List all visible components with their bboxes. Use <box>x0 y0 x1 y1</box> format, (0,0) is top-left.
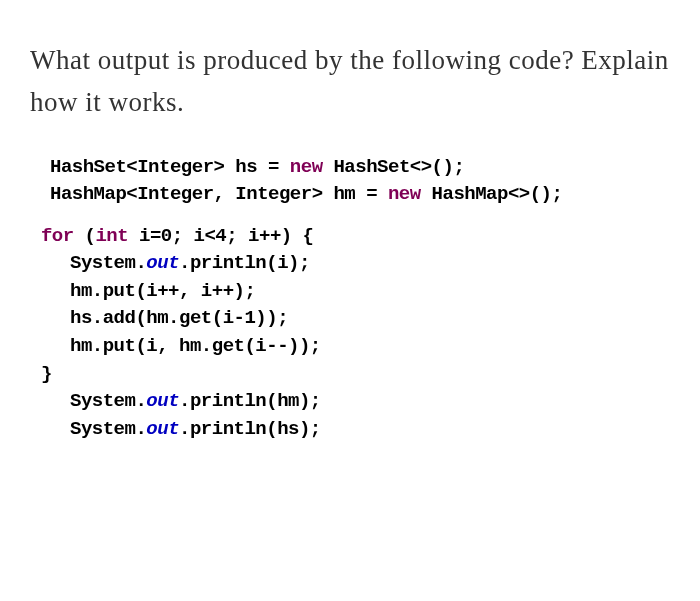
keyword-new: new <box>388 183 421 205</box>
code-line-2: HashMap<Integer, Integer> hm = new HashM… <box>50 181 670 209</box>
code-text: } <box>41 363 52 385</box>
code-text: ( <box>74 225 96 247</box>
keyword-for: for <box>41 225 74 247</box>
code-text: HashSet<Integer> hs = <box>50 156 290 178</box>
code-text: HashMap<Integer, Integer> hm = <box>50 183 388 205</box>
code-text: hm.put(i++, i++); <box>70 280 255 302</box>
keyword-new: new <box>290 156 323 178</box>
code-text: .println(hs); <box>179 418 321 440</box>
code-text: HashSet<>(); <box>323 156 465 178</box>
code-line-5: hm.put(i++, i++); <box>30 278 670 306</box>
code-line-8: } <box>30 361 670 389</box>
code-text: HashMap<>(); <box>421 183 563 205</box>
field-out: out <box>146 418 179 440</box>
field-out: out <box>146 390 179 412</box>
code-text: System. <box>70 390 146 412</box>
code-line-9: System.out.println(hm); <box>30 388 670 416</box>
code-text: .println(i); <box>179 252 310 274</box>
code-text: hs.add(hm.get(i-1)); <box>70 307 288 329</box>
code-text: i=0; i<4; i++) { <box>128 225 313 247</box>
code-line-10: System.out.println(hs); <box>30 416 670 444</box>
code-line-3: for (int i=0; i<4; i++) { <box>30 223 670 251</box>
field-out: out <box>146 252 179 274</box>
code-text: System. <box>70 418 146 440</box>
code-line-4: System.out.println(i); <box>30 250 670 278</box>
code-line-6: hs.add(hm.get(i-1)); <box>30 305 670 333</box>
code-text: System. <box>70 252 146 274</box>
code-text: .println(hm); <box>179 390 321 412</box>
code-line-1: HashSet<Integer> hs = new HashSet<>(); <box>50 154 670 182</box>
code-line-7: hm.put(i, hm.get(i--)); <box>30 333 670 361</box>
code-text: hm.put(i, hm.get(i--)); <box>70 335 321 357</box>
question-text: What output is produced by the following… <box>30 40 670 124</box>
keyword-int: int <box>95 225 128 247</box>
code-block: HashSet<Integer> hs = new HashSet<>(); H… <box>30 154 670 443</box>
